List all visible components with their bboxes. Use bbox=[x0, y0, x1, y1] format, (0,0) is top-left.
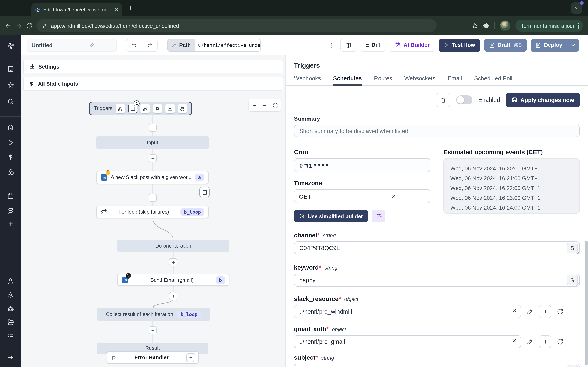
edit-resource-pencil-icon[interactable] bbox=[527, 338, 533, 345]
sidebar-item-add[interactable] bbox=[7, 220, 14, 227]
insert-variable-button[interactable]: $ bbox=[567, 365, 578, 367]
sidebar-item-logs[interactable] bbox=[7, 333, 14, 340]
slack-resource-input[interactable] bbox=[294, 305, 521, 318]
cron-input[interactable] bbox=[294, 158, 430, 172]
apply-changes-button[interactable]: Apply changes now bbox=[506, 92, 580, 107]
clear-resource-icon[interactable] bbox=[512, 338, 517, 343]
site-settings-icon[interactable] bbox=[41, 23, 47, 29]
deploy-button[interactable]: Deploy bbox=[531, 39, 579, 52]
more-options-kebab-icon[interactable] bbox=[328, 42, 335, 48]
sidebar-item-resources[interactable] bbox=[7, 168, 14, 176]
subject-input[interactable] bbox=[294, 364, 580, 367]
sidebar-item-runs[interactable] bbox=[7, 139, 14, 146]
docs-button[interactable] bbox=[340, 39, 357, 52]
ai-cron-wand-button[interactable] bbox=[372, 210, 385, 222]
fit-view-icon[interactable] bbox=[273, 103, 278, 108]
draft-button[interactable]: Draft ⌘S bbox=[484, 39, 527, 52]
gmail-auth-input[interactable] bbox=[294, 335, 521, 348]
sidebar-item-home[interactable] bbox=[7, 124, 14, 131]
profile-avatar[interactable] bbox=[500, 20, 510, 31]
settings-bar[interactable]: Settings bbox=[23, 60, 283, 73]
trigger-email-icon[interactable] bbox=[165, 104, 174, 113]
clear-timezone-icon[interactable] bbox=[362, 193, 425, 199]
sidebar-item-favorites[interactable] bbox=[7, 82, 14, 89]
windmill-logo-icon[interactable] bbox=[7, 42, 15, 50]
add-resource-button[interactable] bbox=[539, 335, 551, 348]
tab-webhooks[interactable]: Webhooks bbox=[294, 75, 321, 85]
sidebar-item-search[interactable] bbox=[7, 98, 14, 105]
sidebar-expand-icon[interactable] bbox=[7, 354, 14, 361]
back-button[interactable] bbox=[5, 22, 12, 29]
edit-resource-pencil-icon[interactable] bbox=[527, 308, 533, 315]
enabled-toggle[interactable] bbox=[456, 95, 473, 104]
flow-node-send-email[interactable]: TS Send Email (gmail) b bbox=[117, 274, 229, 286]
add-step-button[interactable] bbox=[149, 194, 157, 202]
sidebar-item-routes[interactable] bbox=[7, 207, 14, 215]
all-static-inputs-bar[interactable]: All Static Inputs bbox=[23, 77, 283, 91]
test-flow-button[interactable]: Test flow bbox=[439, 39, 480, 52]
tab-schedules[interactable]: Schedules bbox=[333, 75, 362, 85]
trigger-schedule-icon[interactable]: 1 bbox=[128, 104, 138, 113]
zoom-in-icon[interactable] bbox=[251, 103, 257, 108]
add-step-button[interactable] bbox=[169, 292, 177, 300]
flow-node-slack-script[interactable]: TS 👶 A new Slack post with a given wor..… bbox=[96, 171, 209, 184]
flow-node-forloop[interactable]: For loop (skip failures) b_loop bbox=[96, 206, 209, 218]
panel-scrollbar[interactable] bbox=[585, 241, 588, 365]
keyword-input[interactable] bbox=[294, 274, 580, 287]
flow-node-do-one-iteration[interactable]: Do one iteration bbox=[117, 240, 229, 252]
zoom-out-icon[interactable] bbox=[262, 103, 267, 108]
flow-name-field[interactable]: Untitled bbox=[27, 39, 117, 52]
early-stop-button[interactable] bbox=[199, 187, 210, 197]
summary-input[interactable] bbox=[294, 125, 580, 137]
trigger-route-icon[interactable] bbox=[141, 104, 150, 113]
diff-button[interactable]: ± Diff bbox=[361, 39, 386, 52]
url-bar[interactable]: app.windmill.dev/flows/edit/u/henri/effe… bbox=[36, 19, 437, 32]
reload-button[interactable] bbox=[26, 22, 33, 29]
path-value[interactable]: u/henri/effective_undef bbox=[195, 39, 260, 51]
channel-input[interactable] bbox=[294, 242, 580, 254]
add-step-button[interactable] bbox=[149, 154, 157, 162]
forward-button[interactable] bbox=[16, 22, 22, 29]
add-resource-button[interactable] bbox=[539, 305, 551, 318]
trigger-poll-icon[interactable] bbox=[178, 104, 187, 113]
timezone-select[interactable]: CET bbox=[294, 189, 430, 203]
new-tab-button[interactable] bbox=[127, 5, 134, 11]
extensions-icon[interactable] bbox=[483, 22, 489, 29]
insert-variable-button[interactable]: $ bbox=[567, 243, 578, 253]
browser-update-button[interactable]: Terminer la mise à jour bbox=[515, 20, 583, 32]
sidebar-item-schedules[interactable] bbox=[7, 192, 14, 200]
refresh-resource-icon[interactable] bbox=[557, 338, 563, 345]
delete-schedule-button[interactable] bbox=[436, 92, 450, 107]
sidebar-item-ai[interactable] bbox=[7, 305, 14, 312]
browser-tab[interactable]: Edit Flow u/henri/effective_un ✕ bbox=[31, 3, 122, 16]
refresh-resource-icon[interactable] bbox=[557, 308, 563, 315]
add-step-button[interactable] bbox=[169, 258, 177, 266]
sidebar-item-settings[interactable] bbox=[7, 291, 14, 299]
trigger-webhook-icon[interactable] bbox=[116, 104, 125, 113]
flow-node-error-handler[interactable]: Error Handler bbox=[107, 351, 199, 364]
undo-button[interactable] bbox=[126, 39, 142, 51]
add-step-button[interactable] bbox=[149, 326, 157, 334]
sidebar-item-variables[interactable] bbox=[7, 154, 14, 161]
insert-variable-button[interactable]: $ bbox=[567, 275, 578, 285]
clear-resource-icon[interactable] bbox=[512, 308, 517, 313]
tab-search-button[interactable] bbox=[571, 2, 582, 14]
add-step-button[interactable] bbox=[149, 124, 157, 132]
sidebar-item-users[interactable] bbox=[7, 277, 14, 285]
tab-close-icon[interactable]: ✕ bbox=[114, 7, 119, 13]
ai-builder-button[interactable]: AI Builder bbox=[390, 39, 435, 52]
add-error-handler-button[interactable] bbox=[186, 353, 195, 362]
path-field[interactable]: Path u/henri/effective_undef bbox=[167, 39, 260, 52]
bookmark-star-icon[interactable] bbox=[471, 22, 478, 29]
flow-node-collect-result[interactable]: Collect result of each iteration b_loop bbox=[97, 308, 210, 320]
simplified-builder-button[interactable]: Use simplified builder bbox=[294, 210, 368, 222]
deploy-dropdown-button[interactable] bbox=[567, 39, 579, 52]
tab-routes[interactable]: Routes bbox=[374, 75, 392, 85]
edit-name-pencil-icon[interactable] bbox=[72, 42, 112, 48]
tab-scheduled-poll[interactable]: Scheduled Poll bbox=[474, 75, 512, 85]
flow-node-input[interactable]: Input bbox=[96, 136, 209, 149]
trigger-websocket-icon[interactable] bbox=[153, 104, 162, 113]
redo-button[interactable] bbox=[142, 39, 157, 51]
sidebar-item-folders[interactable] bbox=[7, 319, 14, 326]
sidebar-item-workspace[interactable] bbox=[7, 65, 14, 73]
